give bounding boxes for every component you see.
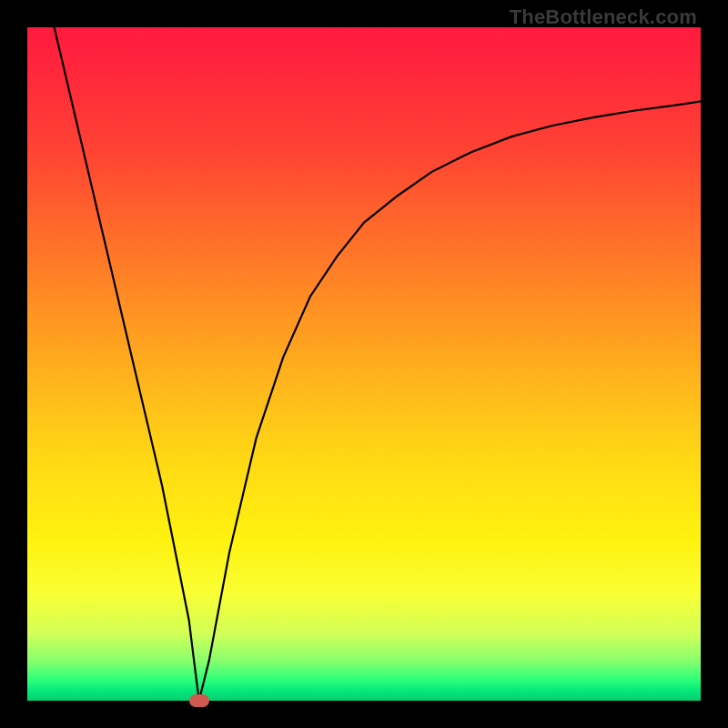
minimum-marker (189, 694, 209, 707)
watermark-text: TheBottleneck.com (510, 5, 697, 29)
chart-container: TheBottleneck.com (0, 0, 728, 728)
curve-layer (27, 27, 701, 701)
bottleneck-curve (55, 27, 701, 701)
